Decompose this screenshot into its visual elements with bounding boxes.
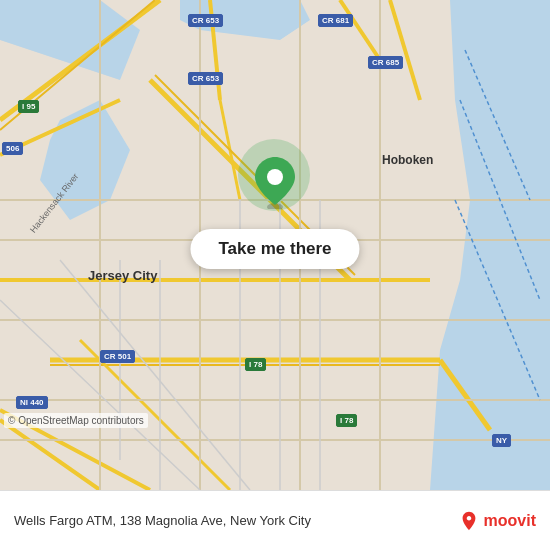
shield-cr685: CR 685 <box>368 56 403 69</box>
shield-cr653-top: CR 653 <box>188 14 223 27</box>
shield-ny: NY <box>492 434 511 447</box>
moovit-text: moovit <box>484 512 536 530</box>
map-attribution: © OpenStreetMap contributors <box>4 413 148 428</box>
map-pin <box>253 155 297 213</box>
moovit-logo: moovit <box>458 510 536 532</box>
shield-cr681: CR 681 <box>318 14 353 27</box>
shield-506: 506 <box>2 142 23 155</box>
shield-ni440: NI 440 <box>16 396 48 409</box>
shield-i78-right: I 78 <box>336 414 357 427</box>
moovit-pin-icon <box>458 510 480 532</box>
shield-i78-mid: I 78 <box>245 358 266 371</box>
hoboken-label: Hoboken <box>382 153 433 167</box>
shield-i95: I 95 <box>18 100 39 113</box>
shield-cr501: CR 501 <box>100 350 135 363</box>
shield-cr653-mid: CR 653 <box>188 72 223 85</box>
svg-point-42 <box>267 169 283 185</box>
jersey-city-label: Jersey City <box>88 268 157 283</box>
bottom-bar: Wells Fargo ATM, 138 Magnolia Ave, New Y… <box>0 490 550 550</box>
map-view: Take me there Jersey City Hoboken Hacken… <box>0 0 550 490</box>
take-me-there-button[interactable]: Take me there <box>190 229 359 269</box>
location-text: Wells Fargo ATM, 138 Magnolia Ave, New Y… <box>14 513 458 528</box>
